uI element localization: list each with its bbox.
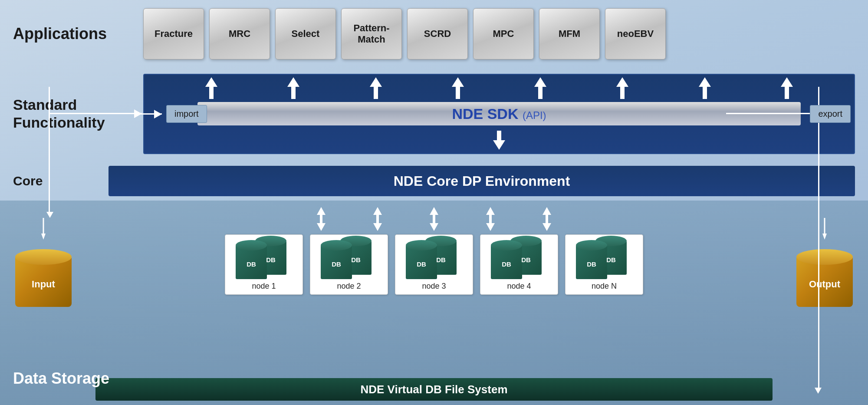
node3-db-back-label: DB bbox=[436, 256, 446, 263]
app-tile-pattern-match[interactable]: Pattern-Match bbox=[341, 8, 402, 59]
svg-marker-7 bbox=[373, 207, 382, 215]
svg-marker-12 bbox=[430, 223, 438, 231]
arrow-up-4 bbox=[452, 77, 464, 87]
nodeN-db-front: DB bbox=[576, 245, 607, 279]
applications-label: Applications bbox=[13, 24, 143, 43]
node2-db-pair: DB DB bbox=[321, 241, 377, 280]
node3-db-front-top bbox=[406, 240, 437, 250]
node4-db-front-label: DB bbox=[502, 260, 511, 268]
node1-label: node 1 bbox=[252, 282, 276, 291]
svg-marker-3 bbox=[822, 234, 827, 240]
svg-marker-9 bbox=[373, 223, 382, 231]
arrow-up-7 bbox=[699, 77, 711, 87]
node3-db-front: DB bbox=[406, 245, 437, 279]
import-vertical-line bbox=[49, 87, 50, 213]
output-area: Output bbox=[794, 218, 855, 307]
node-box-n: DB DB node N bbox=[565, 234, 643, 295]
export-horizontal-line bbox=[726, 113, 819, 114]
input-cylinder-container: Input bbox=[13, 240, 74, 307]
input-arrow-line bbox=[41, 218, 46, 240]
export-area: export bbox=[810, 66, 855, 161]
svg-rect-14 bbox=[489, 215, 492, 224]
arrow-up-2 bbox=[287, 77, 299, 87]
core-arrows-row bbox=[315, 207, 553, 231]
arrow-down-sdk bbox=[493, 131, 505, 150]
svg-marker-13 bbox=[486, 207, 495, 215]
svg-rect-8 bbox=[376, 215, 379, 224]
nodeN-label: node N bbox=[592, 282, 617, 291]
node1-db-front: DB bbox=[236, 245, 267, 279]
node4-db-pair: DB DB bbox=[491, 241, 547, 280]
svg-marker-10 bbox=[430, 207, 438, 215]
up-arrows-row bbox=[144, 75, 854, 105]
data-storage-section: Input Output bbox=[0, 201, 868, 405]
node-box-1: DB DB node 1 bbox=[225, 234, 303, 295]
node-arrow-2 bbox=[371, 207, 384, 231]
svg-marker-4 bbox=[317, 207, 326, 215]
output-cylinder-container: Output bbox=[794, 240, 855, 307]
import-area: import bbox=[139, 66, 207, 161]
core-section: Core NDE Core DP Environment bbox=[0, 161, 868, 201]
node2-db-back-label: DB bbox=[351, 256, 361, 263]
sdk-bar: NDE SDK (API) bbox=[197, 102, 801, 125]
app-tile-neoebv[interactable]: neoEBV bbox=[605, 8, 666, 59]
svg-marker-6 bbox=[317, 223, 326, 231]
node4-db-back-label: DB bbox=[521, 256, 531, 263]
output-label: Output bbox=[809, 279, 840, 290]
app-tile-mrc[interactable]: MRC bbox=[209, 8, 270, 59]
core-bar: NDE Core DP Environment bbox=[108, 166, 855, 196]
node-box-3: DB DB node 3 bbox=[395, 234, 473, 295]
output-cylinder-body: Output bbox=[796, 257, 853, 307]
vdb-label: NDE Virtual DB File System bbox=[360, 383, 507, 396]
svg-rect-17 bbox=[546, 215, 548, 224]
nodeN-db-pair: DB DB bbox=[576, 241, 632, 280]
nodes-row: DB DB node 1 DB bbox=[225, 234, 643, 295]
node-arrow-4 bbox=[484, 207, 497, 231]
nodeN-db-front-label: DB bbox=[587, 260, 596, 268]
input-area: Input bbox=[13, 218, 74, 307]
export-box: export bbox=[810, 105, 851, 123]
core-bar-label: NDE Core DP Environment bbox=[394, 173, 570, 189]
node3-db-front-label: DB bbox=[417, 260, 426, 268]
app-tile-mfm[interactable]: MFM bbox=[539, 8, 600, 59]
arrow-up-1 bbox=[205, 77, 217, 87]
import-horizontal-line bbox=[49, 113, 142, 114]
app-tile-scrd[interactable]: SCRD bbox=[407, 8, 468, 59]
applications-section: Applications Fracture MRC Select Pattern… bbox=[0, 0, 868, 68]
node4-db-front: DB bbox=[491, 245, 522, 279]
output-arrow-line bbox=[822, 218, 827, 240]
sdk-label: NDE SDK (API) bbox=[452, 105, 546, 122]
node-arrow-3 bbox=[427, 207, 441, 231]
app-tile-select[interactable]: Select bbox=[275, 8, 336, 59]
node4-db-front-top bbox=[491, 240, 522, 250]
core-label: Core bbox=[13, 174, 108, 188]
data-storage-label: Data Storage bbox=[13, 369, 109, 388]
app-tile-fracture[interactable]: Fracture bbox=[143, 8, 204, 59]
node2-label: node 2 bbox=[337, 282, 361, 291]
node4-label: node 4 bbox=[507, 282, 531, 291]
nodes-area: DB DB node 1 DB bbox=[95, 201, 773, 405]
node-box-2: DB DB node 2 bbox=[310, 234, 388, 295]
node-arrow-5 bbox=[540, 207, 553, 231]
svg-rect-11 bbox=[433, 215, 435, 224]
svg-rect-5 bbox=[320, 215, 322, 224]
arrow-up-6 bbox=[616, 77, 628, 87]
input-label: Input bbox=[32, 279, 55, 290]
import-bottom-arrow bbox=[46, 212, 53, 218]
node1-db-pair: DB DB bbox=[236, 241, 292, 280]
node1-db-front-top bbox=[236, 240, 267, 250]
node3-db-pair: DB DB bbox=[406, 241, 462, 280]
nodeN-db-back-label: DB bbox=[606, 256, 616, 263]
app-tile-mpc[interactable]: MPC bbox=[473, 8, 534, 59]
node-box-4: DB DB node 4 bbox=[480, 234, 558, 295]
input-cylinder-body: Input bbox=[15, 257, 72, 307]
node-arrow-1 bbox=[315, 207, 328, 231]
output-cylinder-top bbox=[796, 249, 853, 265]
svg-marker-16 bbox=[542, 207, 551, 215]
node2-db-front-label: DB bbox=[332, 260, 341, 268]
arrow-up-5 bbox=[534, 77, 546, 87]
sdk-api-label: (API) bbox=[523, 109, 546, 121]
svg-marker-15 bbox=[486, 223, 495, 231]
arrow-up-8 bbox=[781, 77, 793, 87]
vdb-bar: NDE Virtual DB File System bbox=[95, 378, 773, 401]
